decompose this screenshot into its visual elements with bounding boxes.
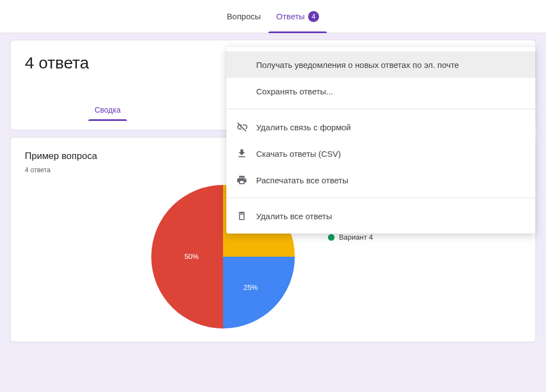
- menu-item-label: Удалить связь с формой: [256, 123, 351, 132]
- unlink-icon: [236, 121, 256, 133]
- pie-label-25-blue: 25%: [243, 283, 258, 292]
- page-title: 4 ответа: [25, 54, 89, 72]
- menu-item-email-notify[interactable]: Получать уведомления о новых ответах по …: [226, 51, 536, 78]
- tab-label: Вопросы: [227, 12, 261, 21]
- more-options-menu: Получать уведомления о новых ответах по …: [226, 47, 536, 234]
- menu-item-delete-all[interactable]: Удалить все ответы: [226, 203, 536, 229]
- menu-item-save-responses[interactable]: Сохранять ответы...: [226, 78, 536, 104]
- tab-label: Ответы: [276, 12, 305, 21]
- legend-label: Вариант 4: [339, 233, 373, 241]
- menu-item-label: Удалить все ответы: [256, 211, 332, 221]
- menu-divider: [226, 198, 536, 198]
- menu-item-download-csv[interactable]: Скачать ответы (CSV): [226, 140, 536, 167]
- sub-tab-summary[interactable]: Сводка: [25, 100, 190, 120]
- pie-label-50: 50%: [184, 252, 199, 261]
- tab-answers[interactable]: Ответы 4: [268, 0, 327, 33]
- sub-tab-label: Сводка: [94, 105, 120, 114]
- legend-item: Вариант 4: [328, 233, 395, 241]
- print-icon: [236, 174, 256, 186]
- tab-questions[interactable]: Вопросы: [219, 0, 268, 33]
- trash-icon: [236, 210, 256, 221]
- top-tab-bar: Вопросы Ответы 4: [0, 0, 546, 33]
- menu-item-unlink[interactable]: Удалить связь с формой: [226, 114, 536, 140]
- answers-count-badge: 4: [308, 11, 319, 22]
- menu-item-label: Сохранять ответы...: [256, 87, 333, 96]
- menu-item-label: Получать уведомления о новых ответах по …: [256, 60, 459, 70]
- menu-item-print[interactable]: Распечатать все ответы: [226, 167, 536, 193]
- legend-swatch: [328, 234, 335, 241]
- download-icon: [236, 148, 256, 159]
- menu-divider: [226, 109, 536, 109]
- menu-item-label: Скачать ответы (CSV): [256, 149, 341, 158]
- menu-item-label: Распечатать все ответы: [256, 176, 348, 185]
